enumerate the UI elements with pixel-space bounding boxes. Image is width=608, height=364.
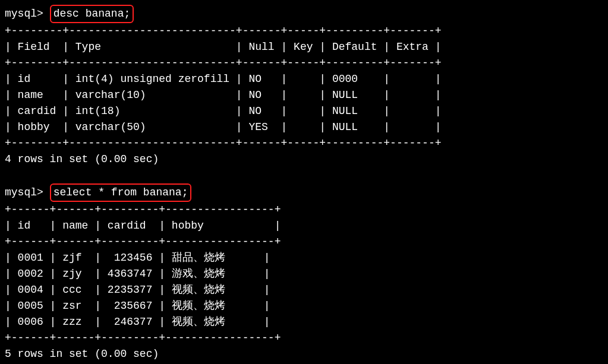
spacer: [5, 167, 603, 183]
mysql-prompt: mysql>: [5, 186, 43, 198]
desc-border-top: +--------+--------------------------+---…: [5, 23, 603, 39]
prompt-line-1[interactable]: mysql> desc banana;: [5, 5, 603, 23]
select-row: | 0006 | zzz | 246377 | 视频、烧烤 |: [5, 314, 603, 330]
query-2-highlight: select * from banana;: [50, 183, 192, 202]
select-row: | 0001 | zjf | 123456 | 甜品、烧烤 |: [5, 250, 603, 266]
mysql-prompt: mysql>: [5, 8, 43, 20]
desc-row: | name | varchar(10) | NO | | NULL | |: [5, 87, 603, 103]
select-border-header: +------+------+---------+---------------…: [5, 234, 603, 250]
desc-row: | id | int(4) unsigned zerofill | NO | |…: [5, 71, 603, 87]
desc-footer: 4 rows in set (0.00 sec): [5, 151, 603, 167]
desc-border-bottom: +--------+--------------------------+---…: [5, 135, 603, 151]
select-row: | 0002 | zjy | 4363747 | 游戏、烧烤 |: [5, 266, 603, 282]
select-row: | 0004 | ccc | 2235377 | 视频、烧烤 |: [5, 282, 603, 298]
prompt-line-2[interactable]: mysql> select * from banana;: [5, 183, 603, 202]
desc-header-row: | Field | Type | Null | Key | Default | …: [5, 39, 603, 55]
desc-border-header: +--------+--------------------------+---…: [5, 55, 603, 71]
select-footer: 5 rows in set (0.00 sec): [5, 346, 603, 362]
desc-row: | cardid | int(18) | NO | | NULL | |: [5, 103, 603, 119]
desc-row: | hobby | varchar(50) | YES | | NULL | |: [5, 119, 603, 135]
select-border-bottom: +------+------+---------+---------------…: [5, 330, 603, 346]
select-row: | 0005 | zsr | 235667 | 视频、烧烤 |: [5, 298, 603, 314]
select-border-top: +------+------+---------+---------------…: [5, 202, 603, 218]
query-1-highlight: desc banana;: [50, 5, 134, 23]
select-header-row: | id | name | cardid | hobby |: [5, 218, 603, 234]
